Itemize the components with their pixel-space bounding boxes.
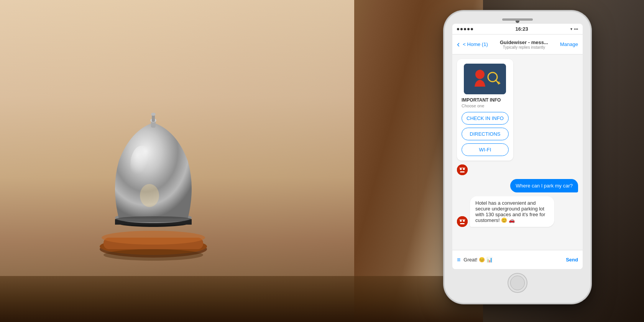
- send-button[interactable]: Send: [566, 257, 578, 263]
- status-time: 16:23: [516, 26, 528, 32]
- svg-point-22: [460, 168, 462, 170]
- svg-rect-25: [459, 168, 465, 168]
- svg-point-7: [130, 146, 153, 184]
- svg-point-21: [457, 164, 468, 175]
- status-bar: 16:23 ▾ ▪▪▪: [452, 24, 583, 34]
- wifi-icon: ▾: [570, 27, 572, 31]
- option-check-in[interactable]: CHECK IN INFO: [462, 112, 509, 125]
- bot-options-card: IMPORTANT INFO Choose one CHECK IN INFO …: [457, 59, 513, 161]
- bell-scene: [19, 0, 288, 322]
- home-badge[interactable]: < Home (1): [463, 41, 488, 47]
- status-icons: ▾ ▪▪▪: [570, 27, 578, 31]
- svg-point-27: [460, 220, 462, 222]
- bot-avatar-1: [457, 164, 468, 175]
- svg-rect-30: [459, 219, 465, 220]
- bot-reply-row: Hotel has a convenient and secure underg…: [457, 196, 578, 227]
- bot-avatar-row-1: [457, 164, 578, 175]
- phone-speaker: [502, 18, 533, 21]
- phone-screen: 16:23 ▾ ▪▪▪ ‹ < Home (1) Guidewiser - me…: [452, 24, 583, 269]
- svg-point-14: [104, 249, 203, 261]
- battery-icon: ▪▪▪: [574, 27, 578, 31]
- header-center: Guidewiser - mess... Typically replies i…: [491, 39, 557, 49]
- svg-rect-29: [460, 223, 465, 224]
- card-title: IMPORTANT INFO: [462, 97, 509, 103]
- svg-rect-11: [152, 115, 155, 122]
- message-input[interactable]: Great! 😊 📊: [463, 257, 563, 263]
- user-message-1: Where can I park my car?: [510, 179, 578, 192]
- signal-dot-3: [464, 28, 466, 30]
- card-subtitle: Choose one: [462, 104, 509, 108]
- svg-rect-15: [464, 64, 506, 94]
- svg-point-16: [475, 70, 485, 79]
- svg-point-12: [151, 113, 156, 116]
- signal-dot-2: [460, 28, 463, 30]
- option-wifi[interactable]: WI-FI: [462, 143, 509, 156]
- chat-area: IMPORTANT INFO Choose one CHECK IN INFO …: [452, 54, 583, 250]
- phone-mockup: 16:23 ▾ ▪▪▪ ‹ < Home (1) Guidewiser - me…: [445, 12, 590, 303]
- svg-point-3: [102, 231, 205, 245]
- phone-outer: 16:23 ▾ ▪▪▪ ‹ < Home (1) Guidewiser - me…: [445, 12, 590, 303]
- home-button[interactable]: [508, 273, 527, 293]
- card-image: [464, 64, 506, 94]
- hotel-bell: [73, 73, 234, 272]
- messenger-header: ‹ < Home (1) Guidewiser - mess... Typica…: [452, 34, 583, 54]
- bot-message-1: Hotel has a convenient and secure underg…: [470, 196, 554, 227]
- reply-status: Typically replies instantly: [491, 45, 557, 49]
- svg-point-23: [463, 168, 465, 170]
- svg-rect-24: [460, 171, 465, 172]
- svg-point-13: [115, 216, 192, 222]
- svg-point-8: [140, 184, 159, 207]
- signal-dot-1: [457, 28, 459, 30]
- signal-dot-4: [467, 28, 470, 30]
- hamburger-icon[interactable]: ≡: [457, 256, 460, 263]
- back-arrow-icon: ‹: [457, 39, 460, 49]
- svg-point-26: [457, 216, 468, 227]
- back-button[interactable]: ‹: [457, 39, 460, 49]
- signal-dot-5: [471, 28, 473, 30]
- option-directions[interactable]: DIRECTIONS: [462, 128, 509, 140]
- bot-avatar-2: [457, 216, 468, 227]
- signal-dots: [457, 28, 473, 30]
- input-area: ≡ Great! 😊 📊 Send: [452, 250, 583, 269]
- manage-button[interactable]: Manage: [560, 41, 578, 47]
- svg-point-28: [463, 220, 465, 222]
- page-title: Guidewiser - mess...: [491, 39, 557, 45]
